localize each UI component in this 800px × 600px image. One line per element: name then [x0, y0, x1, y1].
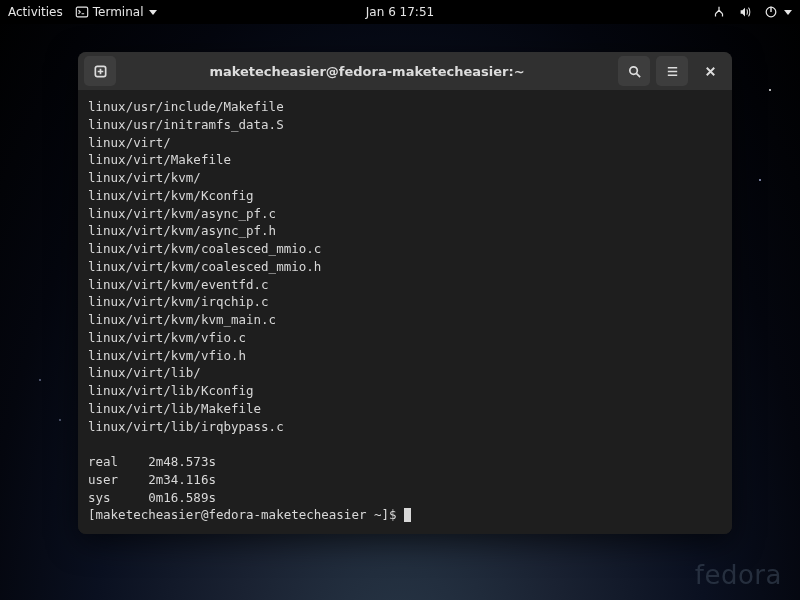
new-tab-button[interactable]: [84, 56, 116, 86]
cursor: [404, 508, 411, 522]
volume-icon[interactable]: [738, 5, 752, 19]
terminal-output: linux/usr/include/Makefile linux/usr/ini…: [88, 99, 321, 434]
hamburger-menu-button[interactable]: [656, 56, 688, 86]
hamburger-icon: [665, 64, 680, 79]
chevron-down-icon: [784, 10, 792, 15]
terminal-window: maketecheasier@fedora-maketecheasier:~ l…: [78, 52, 732, 534]
shell-prompt: [maketecheasier@fedora-maketecheasier ~]…: [88, 507, 404, 522]
svg-point-3: [629, 66, 637, 74]
activities-button[interactable]: Activities: [8, 5, 63, 19]
titlebar[interactable]: maketecheasier@fedora-maketecheasier:~: [78, 52, 732, 90]
search-button[interactable]: [618, 56, 650, 86]
terminal-icon: [75, 5, 89, 19]
gnome-topbar: Activities Terminal Jan 6 17:51: [0, 0, 800, 24]
close-icon: [703, 64, 718, 79]
svg-rect-0: [76, 7, 87, 17]
chevron-down-icon: [149, 10, 157, 15]
search-icon: [627, 64, 642, 79]
power-icon[interactable]: [764, 5, 792, 19]
network-icon[interactable]: [712, 5, 726, 19]
window-title: maketecheasier@fedora-maketecheasier:~: [122, 64, 612, 79]
close-button[interactable]: [694, 56, 726, 86]
time-output: real 2m48.573s user 2m34.116s sys 0m16.5…: [88, 454, 216, 505]
app-menu[interactable]: Terminal: [75, 5, 158, 19]
app-menu-label: Terminal: [93, 5, 144, 19]
fedora-watermark: fedora: [695, 560, 782, 590]
terminal-viewport[interactable]: linux/usr/include/Makefile linux/usr/ini…: [78, 90, 732, 534]
